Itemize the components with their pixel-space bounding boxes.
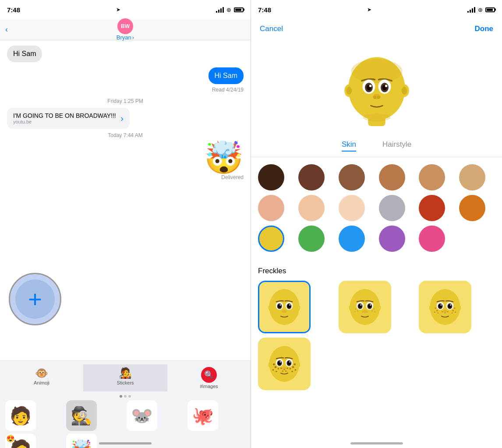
svg-point-99 bbox=[285, 370, 286, 372]
skin-color-row-1 bbox=[258, 164, 495, 190]
images-tab-label: #images bbox=[200, 384, 218, 389]
right-location-icon: ➤ bbox=[367, 7, 371, 13]
svg-point-94 bbox=[290, 368, 291, 370]
freckle-option-4[interactable] bbox=[258, 338, 311, 390]
skin-color-17[interactable] bbox=[419, 226, 445, 252]
svg-point-69 bbox=[452, 312, 453, 314]
skin-color-14[interactable] bbox=[298, 226, 325, 252]
tab-indicator bbox=[0, 395, 251, 398]
skin-color-13[interactable] bbox=[258, 226, 284, 252]
battery-icon bbox=[234, 7, 244, 12]
skin-color-6[interactable] bbox=[459, 164, 485, 190]
svg-point-16 bbox=[373, 96, 376, 99]
editor-tabs: Skin Hairstyle bbox=[251, 135, 502, 157]
svg-point-85 bbox=[273, 363, 275, 366]
freckle-option-3[interactable] bbox=[419, 281, 471, 333]
table-row: 🤯 bbox=[7, 142, 244, 173]
date-label-2: Today 7:44 AM bbox=[7, 132, 244, 138]
link-preview[interactable]: I'M GOING TO BE ON BROADWAY!!! youtu.be … bbox=[7, 108, 130, 129]
right-signal-icon bbox=[467, 7, 475, 13]
link-chevron-icon: › bbox=[120, 113, 124, 123]
svg-point-3 bbox=[346, 87, 352, 95]
list-item[interactable]: 🧑 😍 bbox=[5, 434, 36, 448]
svg-point-90 bbox=[293, 363, 296, 366]
svg-point-93 bbox=[291, 370, 293, 372]
tab-skin[interactable]: Skin bbox=[342, 140, 356, 152]
left-status-icons: ⊛ bbox=[216, 7, 244, 13]
list-item[interactable]: 🧑 bbox=[5, 400, 36, 431]
message-status: Read 4/24/19 bbox=[7, 87, 244, 93]
home-indicator bbox=[99, 442, 152, 444]
svg-point-91 bbox=[292, 366, 294, 368]
stickers-tab-icon: 🧑‍🎤 bbox=[119, 367, 132, 379]
done-button[interactable]: Done bbox=[475, 25, 494, 33]
contact-info[interactable]: BW Bryan › bbox=[117, 18, 134, 41]
skin-color-8[interactable] bbox=[298, 195, 325, 221]
svg-point-67 bbox=[453, 310, 454, 311]
tab-stickers[interactable]: 🧑‍🎤 Stickers bbox=[84, 364, 167, 392]
animoji-message: 🤯 bbox=[204, 142, 244, 173]
svg-point-87 bbox=[272, 369, 274, 371]
skin-color-4[interactable] bbox=[379, 164, 405, 190]
skin-color-11[interactable] bbox=[419, 195, 445, 221]
skin-color-row-2 bbox=[258, 195, 495, 221]
svg-point-18 bbox=[363, 113, 390, 121]
back-button[interactable]: ‹ bbox=[5, 25, 8, 34]
svg-point-62 bbox=[435, 307, 437, 309]
animoji-tab-icon: 🐵 bbox=[35, 367, 48, 379]
svg-point-53 bbox=[456, 304, 461, 311]
freckle-option-2[interactable] bbox=[339, 281, 391, 333]
freckle-option-1[interactable] bbox=[258, 281, 311, 333]
right-battery-icon bbox=[485, 7, 495, 12]
left-location-icon: ➤ bbox=[116, 7, 120, 13]
editor-nav-bar: Cancel Done bbox=[251, 19, 502, 39]
freckles-label: Freckles bbox=[258, 267, 495, 275]
svg-point-89 bbox=[278, 368, 279, 370]
left-status-bar: 7:48 ➤ ⊛ bbox=[0, 0, 251, 19]
cancel-button[interactable]: Cancel bbox=[260, 25, 283, 33]
freckles-grid bbox=[258, 281, 495, 390]
skin-color-1[interactable] bbox=[258, 164, 284, 190]
skin-color-3[interactable] bbox=[339, 164, 365, 190]
left-time: 7:48 bbox=[7, 6, 20, 14]
skin-color-16[interactable] bbox=[379, 226, 405, 252]
svg-point-68 bbox=[455, 311, 456, 313]
tab-images[interactable]: 🔍 #images bbox=[167, 364, 251, 392]
skin-color-10[interactable] bbox=[379, 195, 405, 221]
skin-color-9[interactable] bbox=[339, 195, 365, 221]
svg-point-65 bbox=[438, 312, 439, 314]
skin-color-2[interactable] bbox=[298, 164, 325, 190]
svg-point-61 bbox=[450, 304, 452, 306]
contact-avatar: BW bbox=[117, 18, 133, 34]
svg-point-20 bbox=[269, 304, 274, 311]
svg-point-44 bbox=[354, 311, 355, 312]
list-item[interactable]: 🕵️ bbox=[66, 400, 97, 431]
delivered-status: Delivered bbox=[7, 174, 244, 180]
svg-point-46 bbox=[371, 310, 373, 312]
list-item[interactable]: 🐙 bbox=[187, 400, 218, 431]
svg-point-40 bbox=[360, 304, 361, 306]
svg-point-95 bbox=[280, 367, 282, 369]
svg-point-42 bbox=[355, 308, 356, 310]
table-row: Hi Sam bbox=[7, 46, 244, 64]
svg-point-88 bbox=[276, 370, 277, 372]
skin-color-5[interactable] bbox=[419, 164, 445, 190]
tab-animoji[interactable]: 🐵 Animoji bbox=[0, 364, 84, 392]
messages-panel: 7:48 ➤ ⊛ ‹ BW Bryan › bbox=[0, 0, 251, 448]
svg-point-92 bbox=[295, 369, 297, 371]
skin-color-12[interactable] bbox=[459, 195, 485, 221]
skin-color-15[interactable] bbox=[339, 226, 365, 252]
search-icon: 🔍 bbox=[204, 370, 214, 380]
tab-hairstyle[interactable]: Hairstyle bbox=[382, 140, 411, 152]
add-button[interactable]: + bbox=[15, 279, 55, 319]
freckles-section: Freckles bbox=[251, 263, 502, 394]
svg-point-45 bbox=[373, 308, 375, 310]
svg-point-66 bbox=[454, 307, 456, 309]
signal-icon bbox=[216, 7, 224, 13]
memoji-preview bbox=[251, 39, 502, 135]
skin-color-7[interactable] bbox=[258, 195, 284, 221]
list-item[interactable]: 🐭 bbox=[127, 400, 157, 431]
contact-name: Bryan › bbox=[117, 34, 134, 41]
list-item[interactable]: 🤯 bbox=[66, 434, 97, 448]
memoji-face bbox=[337, 47, 416, 126]
